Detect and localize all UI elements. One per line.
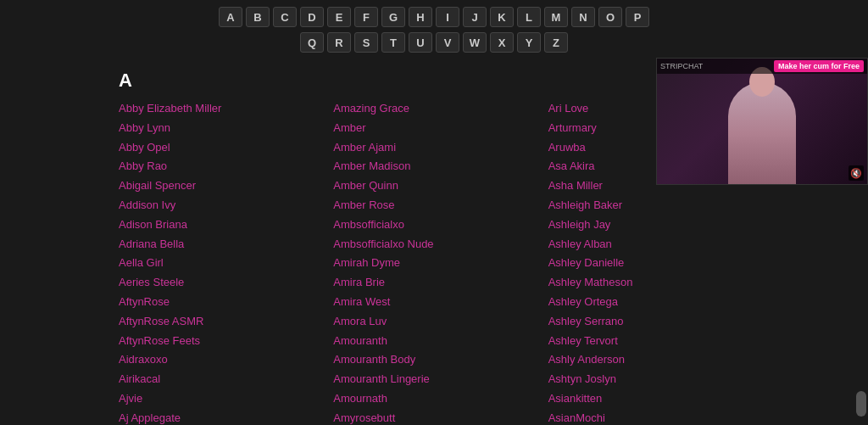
ad-mute-button[interactable]: 🔇 [849,165,864,181]
list-item[interactable]: Ashleigh Jay [548,216,763,234]
names-col-1: Abby Elizabeth MillerAbby LynnAbby OpelA… [119,100,333,425]
list-item[interactable]: AftynRose ASMR [119,313,333,331]
alpha-btn-V[interactable]: V [436,32,459,53]
list-item[interactable]: Amouranth Body [333,351,548,369]
list-item[interactable]: Ashley Danielle [548,254,763,272]
list-item[interactable]: Abigail Spencer [119,177,333,195]
alpha-row-1: ABCDEFGHIJKLMNOP [0,7,868,27]
list-item[interactable]: Amouranth [333,333,548,350]
alpha-btn-T[interactable]: T [381,32,405,53]
alpha-btn-Q[interactable]: Q [300,32,324,53]
list-item[interactable]: Amber [333,120,548,137]
alpha-btn-B[interactable]: B [246,7,270,27]
list-item[interactable]: AftynRose [119,294,333,311]
alpha-btn-L[interactable]: L [517,7,541,27]
list-item[interactable]: Ashly Anderson [548,351,763,369]
list-item[interactable]: Abby Elizabeth Miller [119,100,333,118]
list-item[interactable]: Abby Opel [119,139,333,157]
alpha-btn-N[interactable]: N [571,7,595,27]
alphabet-nav: ABCDEFGHIJKLMNOP QRSTUVWXYZ [0,0,868,61]
list-item[interactable]: Aella Girl [119,254,333,272]
alpha-btn-C[interactable]: C [273,7,297,27]
ad-site-label: STRIPCHAT [660,62,703,70]
alpha-btn-P[interactable]: P [626,7,649,27]
alpha-btn-R[interactable]: R [327,32,351,53]
alpha-row-2: QRSTUVWXYZ [0,32,868,53]
alpha-btn-Y[interactable]: Y [517,32,541,53]
alpha-btn-D[interactable]: D [300,7,324,27]
list-item[interactable]: Adriana Bella [119,236,333,254]
list-item[interactable]: Amber Rose [333,197,548,215]
list-item[interactable]: Amyrosebutt [333,410,548,425]
list-item[interactable]: Amazing Grace [333,100,548,118]
alpha-btn-G[interactable]: G [381,7,405,27]
list-item[interactable]: Addison Ivy [119,197,333,215]
list-item[interactable]: Ambsofficialxo Nude [333,236,548,254]
list-item[interactable]: Abby Lynn [119,120,333,137]
list-item[interactable]: Abby Rao [119,158,333,176]
list-item[interactable]: Asiankitten [548,390,763,408]
list-item[interactable]: Adison Briana [119,216,333,234]
list-item[interactable]: Ambsofficialxo [333,216,548,234]
list-item[interactable]: Amournath [333,390,548,408]
list-item[interactable]: Ashley Ortega [548,294,763,311]
alpha-btn-S[interactable]: S [354,32,378,53]
alpha-btn-U[interactable]: U [409,32,432,53]
alpha-btn-H[interactable]: H [409,7,432,27]
alpha-btn-X[interactable]: X [490,32,514,53]
alpha-btn-E[interactable]: E [327,7,351,27]
alpha-btn-K[interactable]: K [490,7,514,27]
list-item[interactable]: Ashley Tervort [548,333,763,350]
list-item[interactable]: Amouranth Lingerie [333,371,548,389]
list-item[interactable]: Airikacal [119,371,333,389]
alpha-btn-I[interactable]: I [436,7,459,27]
list-item[interactable]: Ashleigh Baker [548,197,763,215]
list-item[interactable]: Ajvie [119,390,333,408]
list-item[interactable]: Amora Luv [333,313,548,331]
alpha-btn-F[interactable]: F [354,7,378,27]
list-item[interactable]: Amira Brie [333,274,548,292]
alpha-btn-Z[interactable]: Z [544,32,568,53]
list-item[interactable]: Amirah Dyme [333,254,548,272]
alpha-btn-A[interactable]: A [219,7,242,27]
list-item[interactable]: AsianMochi [548,410,763,425]
list-item[interactable]: Aj Applegate [119,410,333,425]
list-item[interactable]: Ashley Matheson [548,274,763,292]
ad-banner-top: STRIPCHAT Make her cum for Free [657,59,867,74]
ad-cta-button[interactable]: Make her cum for Free [774,60,864,72]
alpha-btn-W[interactable]: W [463,32,487,53]
ad-widget[interactable]: STRIPCHAT Make her cum for Free 🔇 [656,58,868,185]
alpha-btn-M[interactable]: M [544,7,568,27]
list-item[interactable]: Amber Ajami [333,139,548,157]
list-item[interactable]: Amira West [333,294,548,311]
list-item[interactable]: Ashley Alban [548,236,763,254]
list-item[interactable]: Aeries Steele [119,274,333,292]
scrollbar[interactable] [856,391,866,417]
list-item[interactable]: Aidraxoxo [119,351,333,369]
list-item[interactable]: AftynRose Feets [119,333,333,350]
ad-model-visual [657,59,867,184]
list-item[interactable]: Ashley Serrano [548,313,763,331]
alpha-btn-J[interactable]: J [463,7,487,27]
names-col-2: Amazing GraceAmberAmber AjamiAmber Madis… [333,100,548,425]
list-item[interactable]: Amber Quinn [333,177,548,195]
list-item[interactable]: Ashtyn Joslyn [548,371,763,389]
list-item[interactable]: Amber Madison [333,158,548,176]
alpha-btn-O[interactable]: O [598,7,622,27]
